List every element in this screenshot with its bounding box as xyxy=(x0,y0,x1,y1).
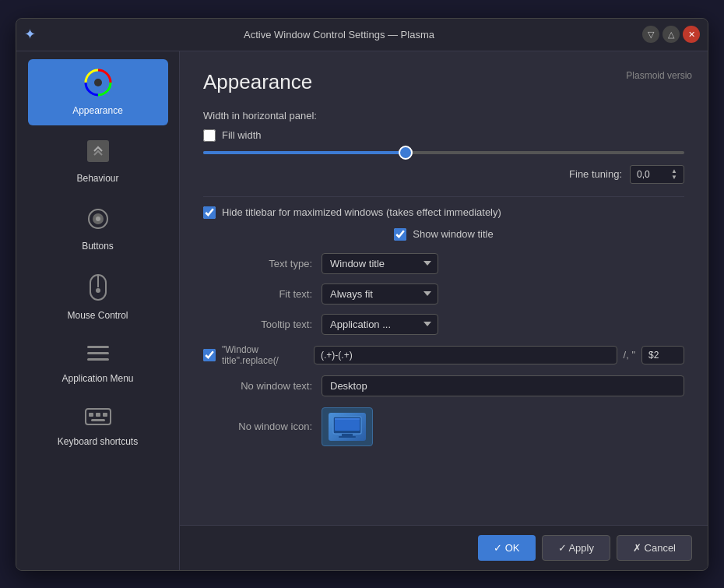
fit-text-row: Fit text: Always fit Scroll Fade Elide xyxy=(203,283,684,305)
window-title: Active Window Control Settings — Plasma xyxy=(244,29,434,40)
svg-point-5 xyxy=(96,217,100,221)
spinner-down[interactable]: ▼ xyxy=(671,174,677,181)
sidebar-item-label-mouse: Mouse Control xyxy=(67,310,128,321)
fine-tuning-label: Fine tuning: xyxy=(569,168,622,180)
sidebar-item-buttons[interactable]: Buttons xyxy=(28,196,168,261)
maximize-button[interactable]: △ xyxy=(662,26,680,43)
appearance-icon xyxy=(84,69,112,100)
sidebar: Appearance Behaviour xyxy=(16,51,180,570)
replace-row: "Window title".replace(/ /, " xyxy=(203,344,684,366)
main-window: ✦ Active Window Control Settings — Plasm… xyxy=(16,18,708,571)
svg-rect-15 xyxy=(103,413,107,417)
apply-button[interactable]: ✓ Apply xyxy=(542,535,610,561)
no-window-text-row: No window text: xyxy=(203,375,684,396)
sidebar-item-label-appmenu: Application Menu xyxy=(62,373,133,384)
svg-rect-21 xyxy=(339,436,356,438)
svg-point-1 xyxy=(94,79,102,86)
replace-checkbox[interactable] xyxy=(203,349,216,361)
main-content: Plasmoid versio Appearance Width in hori… xyxy=(180,51,708,525)
svg-rect-13 xyxy=(89,413,93,417)
sidebar-item-label-appearance: Appearance xyxy=(72,105,123,116)
sidebar-item-mouse-control[interactable]: Mouse Control xyxy=(28,264,168,330)
svg-rect-19 xyxy=(335,418,360,420)
text-type-row: Text type: Window title Application name… xyxy=(203,253,684,274)
replace-label: "Window title".replace(/ xyxy=(222,344,308,366)
fine-tuning-input[interactable]: 0,0 ▲ ▼ xyxy=(630,165,684,184)
hide-titlebar-row: Hide titlebar for maximized windows (tak… xyxy=(203,206,684,219)
close-button[interactable]: ✕ xyxy=(683,26,700,43)
text-type-select[interactable]: Window title Application name User defin… xyxy=(322,253,438,274)
divider-1 xyxy=(203,196,684,197)
fine-tuning-row: Fine tuning: 0,0 ▲ ▼ xyxy=(203,165,684,184)
fill-width-label[interactable]: Fill width xyxy=(222,129,262,141)
sidebar-item-label-buttons: Buttons xyxy=(82,241,114,252)
svg-point-8 xyxy=(96,288,100,293)
svg-rect-16 xyxy=(91,419,105,421)
svg-rect-11 xyxy=(87,358,109,361)
slider-fill xyxy=(203,151,406,154)
sidebar-item-label-behaviour: Behaviour xyxy=(76,173,118,184)
width-slider-container xyxy=(203,151,684,154)
sidebar-item-behaviour[interactable]: Behaviour xyxy=(28,129,168,193)
tooltip-text-select[interactable]: Application ... Window title None xyxy=(322,314,438,335)
svg-rect-10 xyxy=(87,352,109,354)
ok-button[interactable]: ✓ OK xyxy=(478,535,535,561)
sidebar-item-keyboard-shortcuts[interactable]: Keyboard shortcuts xyxy=(28,396,168,456)
tooltip-text-row: Tooltip text: Application ... Window tit… xyxy=(203,314,684,335)
fine-tuning-spinner: ▲ ▼ xyxy=(671,168,677,181)
content-area: Appearance Behaviour xyxy=(16,51,708,570)
show-window-title-checkbox[interactable] xyxy=(394,228,406,241)
window-controls: ▽ △ ✕ xyxy=(642,26,700,43)
svg-rect-18 xyxy=(335,418,360,431)
svg-rect-9 xyxy=(87,346,109,348)
hide-titlebar-checkbox[interactable] xyxy=(203,206,216,219)
no-window-icon-row: No window icon: xyxy=(203,407,684,446)
minimize-button[interactable]: ▽ xyxy=(642,26,659,43)
sidebar-item-label-keyboard: Keyboard shortcuts xyxy=(58,436,138,447)
plasmoid-version: Plasmoid versio xyxy=(626,70,692,81)
application-menu-icon xyxy=(85,343,111,368)
fit-text-select[interactable]: Always fit Scroll Fade Elide xyxy=(322,283,438,305)
show-window-title-row: Show window title xyxy=(203,228,684,241)
no-window-text-input[interactable] xyxy=(322,375,684,396)
app-icon: ✦ xyxy=(24,26,36,43)
replace-value-input[interactable] xyxy=(641,346,684,364)
replace-regex-input[interactable] xyxy=(314,346,617,364)
fit-text-label: Fit text: xyxy=(203,288,312,300)
svg-rect-20 xyxy=(342,434,353,436)
hide-titlebar-label[interactable]: Hide titlebar for maximized windows (tak… xyxy=(222,206,501,218)
cursor-area: ▷ xyxy=(448,317,479,332)
slider-thumb[interactable] xyxy=(399,146,413,160)
cancel-button[interactable]: ✗ Cancel xyxy=(617,535,692,561)
footer-bar: ✓ OK ✓ Apply ✗ Cancel xyxy=(180,525,708,570)
fine-tuning-value: 0,0 xyxy=(637,169,650,180)
behaviour-icon xyxy=(85,138,111,168)
replace-sep1: /, " xyxy=(624,349,635,361)
mouse-control-icon xyxy=(87,273,109,305)
titlebar: ✦ Active Window Control Settings — Plasm… xyxy=(16,19,708,51)
buttons-icon xyxy=(85,206,111,236)
svg-rect-14 xyxy=(96,413,100,417)
sidebar-item-appearance[interactable]: Appearance xyxy=(28,59,168,125)
fill-width-row: Fill width xyxy=(203,129,684,142)
main-panel: Plasmoid versio Appearance Width in hori… xyxy=(180,51,708,570)
sidebar-item-application-menu[interactable]: Application Menu xyxy=(28,333,168,393)
show-window-title-label[interactable]: Show window title xyxy=(413,228,493,240)
text-type-label: Text type: xyxy=(203,258,312,269)
width-label: Width in horizontal panel: xyxy=(203,110,684,121)
no-window-text-label: No window text: xyxy=(203,380,312,392)
slider-track xyxy=(203,151,684,154)
page-title: Appearance xyxy=(203,70,684,94)
no-window-icon-label: No window icon: xyxy=(203,421,312,432)
keyboard-shortcuts-icon xyxy=(84,406,112,431)
no-window-icon-preview xyxy=(329,413,366,441)
no-window-icon-button[interactable] xyxy=(322,407,373,446)
tooltip-text-label: Tooltip text: xyxy=(203,319,312,330)
fill-width-checkbox[interactable] xyxy=(203,129,216,142)
